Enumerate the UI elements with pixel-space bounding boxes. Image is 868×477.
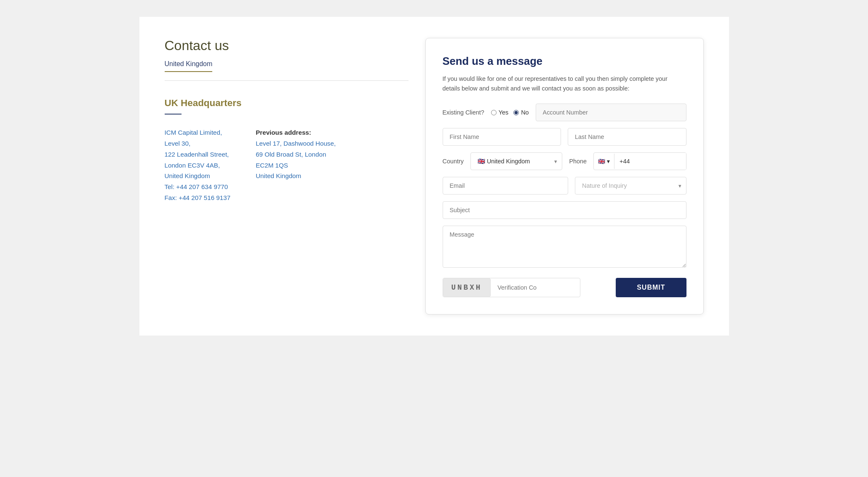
hq-underline xyxy=(165,114,182,115)
message-row xyxy=(443,226,686,269)
nature-of-inquiry-select[interactable]: Nature of Inquiry General Support Sales xyxy=(575,177,686,195)
address-line-4: London EC3V 4AB, xyxy=(165,160,231,171)
radio-no-text: No xyxy=(521,109,529,116)
name-row xyxy=(443,128,686,146)
current-address: ICM Capital Limited, Level 30, 122 Leade… xyxy=(165,127,231,203)
country-phone-row: Country 🇬🇧 United Kingdom 🇺🇸 United Stat… xyxy=(443,152,686,170)
address-line-3: 122 Leadenhall Street, xyxy=(165,149,231,160)
radio-no[interactable] xyxy=(513,110,519,115)
fax: Fax: +44 207 516 9137 xyxy=(165,192,231,203)
phone-label: Phone xyxy=(569,158,587,165)
hq-title: UK Headquarters xyxy=(165,98,409,109)
country-select-wrapper: 🇬🇧 United Kingdom 🇺🇸 United States 🇩🇪 Ge… xyxy=(470,152,563,170)
phone-dropdown-arrow-icon: ▾ xyxy=(607,158,610,165)
prev-line-1: Level 17, Dashwood House, xyxy=(256,138,336,149)
radio-yes-text: Yes xyxy=(499,109,508,116)
address-line-1: ICM Capital Limited, xyxy=(165,127,231,138)
previous-address: Previous address: Level 17, Dashwood Hou… xyxy=(256,127,336,203)
form-description: If you would like for one of our represe… xyxy=(443,74,686,93)
contact-form-panel: Send us a message If you would like for … xyxy=(425,38,704,314)
tab-divider xyxy=(165,80,409,81)
address-grid: ICM Capital Limited, Level 30, 122 Leade… xyxy=(165,127,409,203)
prev-line-4: United Kingdom xyxy=(256,171,336,181)
form-title: Send us a message xyxy=(443,55,686,67)
existing-client-row: Existing Client? Yes No xyxy=(443,104,686,121)
captcha-input[interactable] xyxy=(490,279,580,296)
captcha-box: UNBXH xyxy=(443,278,581,297)
radio-yes-label[interactable]: Yes xyxy=(491,109,508,116)
phone-input-wrapper: 🇬🇧 ▾ xyxy=(593,152,686,170)
account-number-input[interactable] xyxy=(536,104,686,121)
radio-group: Yes No xyxy=(491,109,529,116)
previous-address-label: Previous address: xyxy=(256,127,336,138)
phone-input[interactable] xyxy=(614,153,686,170)
prev-line-3: EC2M 1QS xyxy=(256,160,336,171)
prev-line-2: 69 Old Broad St, London xyxy=(256,149,336,160)
email-inquiry-row: Nature of Inquiry General Support Sales … xyxy=(443,177,686,195)
subject-input[interactable] xyxy=(443,201,686,219)
message-textarea[interactable] xyxy=(443,226,686,268)
address-line-5: United Kingdom xyxy=(165,171,231,181)
existing-client-label: Existing Client? xyxy=(443,109,484,116)
left-panel: Contact us United Kingdom UK Headquarter… xyxy=(165,38,409,314)
country-select[interactable]: 🇬🇧 United Kingdom 🇺🇸 United States 🇩🇪 Ge… xyxy=(470,152,563,170)
subject-row xyxy=(443,201,686,219)
tel: Tel: +44 207 634 9770 xyxy=(165,181,231,192)
radio-yes[interactable] xyxy=(491,110,497,115)
flag-emoji: 🇬🇧 xyxy=(598,158,605,165)
radio-no-label[interactable]: No xyxy=(513,109,529,116)
country-tab[interactable]: United Kingdom xyxy=(165,60,213,72)
submit-button[interactable]: SUBMIT xyxy=(616,278,686,297)
captcha-image: UNBXH xyxy=(443,278,491,297)
phone-flag: 🇬🇧 ▾ xyxy=(594,154,614,169)
page-title: Contact us xyxy=(165,38,409,53)
first-name-input[interactable] xyxy=(443,128,561,146)
address-line-2: Level 30, xyxy=(165,138,231,149)
email-input[interactable] xyxy=(443,177,569,195)
bottom-row: UNBXH SUBMIT xyxy=(443,278,686,297)
last-name-input[interactable] xyxy=(568,128,686,146)
country-label: Country xyxy=(443,158,464,165)
inquiry-select-wrapper: Nature of Inquiry General Support Sales … xyxy=(575,177,686,195)
